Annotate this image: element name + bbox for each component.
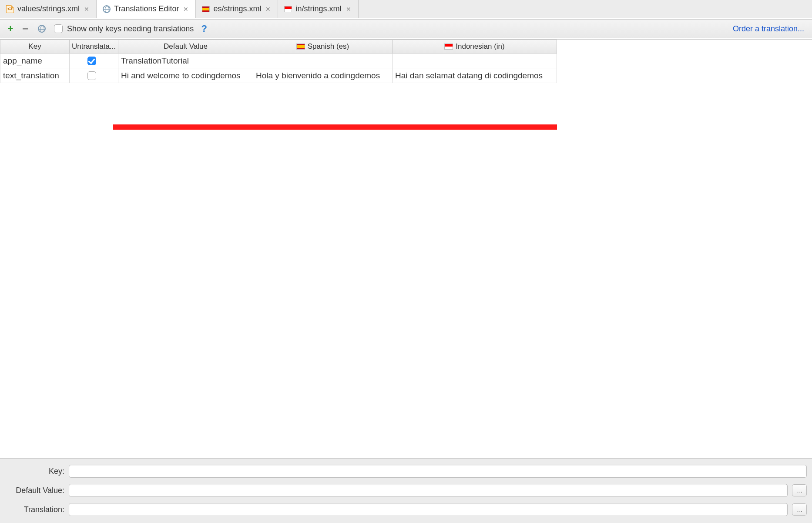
form-row-key: Key: [5,465,807,478]
cell-spanish[interactable]: Hola y bienvenido a codingdemos [253,68,393,83]
tab-bar: <> values/strings.xml ✕ Translations Edi… [0,0,812,18]
form-row-default: Default Value: ... [5,484,807,497]
cell-key[interactable]: app_name [0,54,70,68]
column-header-key[interactable]: Key [0,40,70,54]
flag-in-icon [444,44,453,50]
untranslatable-checkbox[interactable] [87,71,96,80]
tab-label: es/strings.xml [213,4,261,13]
column-header-untranslatable[interactable]: Untranslata... [70,40,118,54]
help-icon: ? [201,23,207,34]
globe-icon [38,25,46,33]
column-header-spanish[interactable]: Spanish (es) [253,40,393,54]
translations-table: Key Untranslata... Default Value Spanish… [0,40,812,83]
translation-label: Translation: [5,505,64,514]
tab-in-strings[interactable]: in/strings.xml ✕ [278,0,358,18]
annotation-highlight [113,124,557,130]
tab-values-strings[interactable]: <> values/strings.xml ✕ [0,0,97,18]
cell-indonesian[interactable] [393,54,557,68]
show-only-needing-label: Show only keys needing translations [67,24,194,34]
default-value-label: Default Value: [5,486,64,495]
close-icon[interactable]: ✕ [345,6,352,12]
key-input[interactable] [69,465,807,478]
cell-key[interactable]: text_translation [0,68,70,83]
column-header-label: Spanish (es) [308,42,349,51]
flag-es-icon [296,44,305,50]
label-text: Show only keys [67,24,124,33]
close-icon[interactable]: ✕ [265,6,272,12]
close-icon[interactable]: ✕ [83,6,90,12]
cell-default[interactable]: Hi and welcome to codingdemos [118,68,253,83]
table-empty-area [0,83,812,458]
translation-input[interactable] [69,503,788,516]
add-locale-button[interactable] [36,23,48,35]
tab-label: Translations Editor [114,4,179,13]
form-row-translation: Translation: ... [5,503,807,516]
toolbar-container: + − Show only keys needing translations … [0,18,812,40]
key-label: Key: [5,467,64,476]
cell-indonesian[interactable]: Hai dan selamat datang di codingdemos [393,68,557,83]
help-button[interactable]: ? [198,23,210,35]
plus-icon: + [8,23,13,34]
tab-label: values/strings.xml [17,4,80,13]
flag-in-icon [284,6,292,12]
tab-translations-editor[interactable]: Translations Editor ✕ [97,0,196,18]
column-header-default[interactable]: Default Value [118,40,253,54]
default-value-input[interactable] [69,484,788,497]
translation-expand-button[interactable]: ... [792,503,807,516]
detail-panel: Key: Default Value: ... Translation: ... [0,458,812,523]
label-text: eeding translations [128,24,194,33]
show-only-needing-checkbox[interactable] [54,24,63,33]
column-header-indonesian[interactable]: Indonesian (in) [393,40,557,54]
column-header-label: Indonesian (in) [456,42,504,51]
close-icon[interactable]: ✕ [182,6,189,12]
untranslatable-checkbox[interactable] [87,57,96,65]
globe-icon [103,6,111,12]
order-translation-link[interactable]: Order a translation... [733,24,808,34]
xml-file-icon: <> [6,6,14,12]
tab-label: in/strings.xml [295,4,341,13]
cell-default[interactable]: TranslationTutorial [118,54,253,68]
label-text: n [124,24,128,33]
remove-key-button[interactable]: − [19,23,31,35]
cell-untranslatable[interactable] [70,68,118,83]
flag-es-icon [202,6,210,12]
cell-untranslatable[interactable] [70,54,118,68]
add-key-button[interactable]: + [4,23,17,35]
default-value-expand-button[interactable]: ... [792,484,807,496]
cell-spanish[interactable] [253,54,393,68]
tab-es-strings[interactable]: es/strings.xml ✕ [196,0,278,18]
toolbar: + − Show only keys needing translations … [0,19,812,38]
